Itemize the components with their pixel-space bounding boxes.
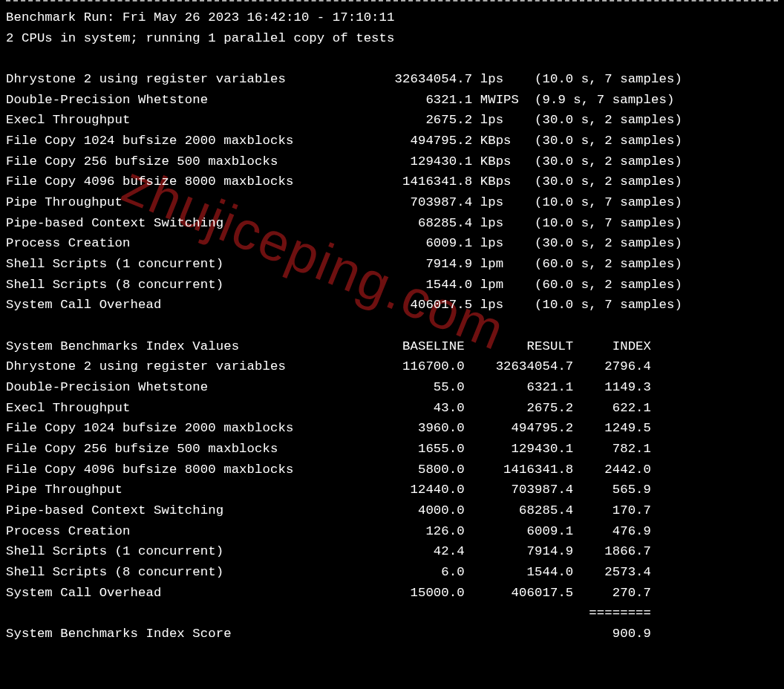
top-dashed-border [6,0,778,1]
terminal-output: Benchmark Run: Fri May 26 2023 16:42:10 … [0,4,784,650]
